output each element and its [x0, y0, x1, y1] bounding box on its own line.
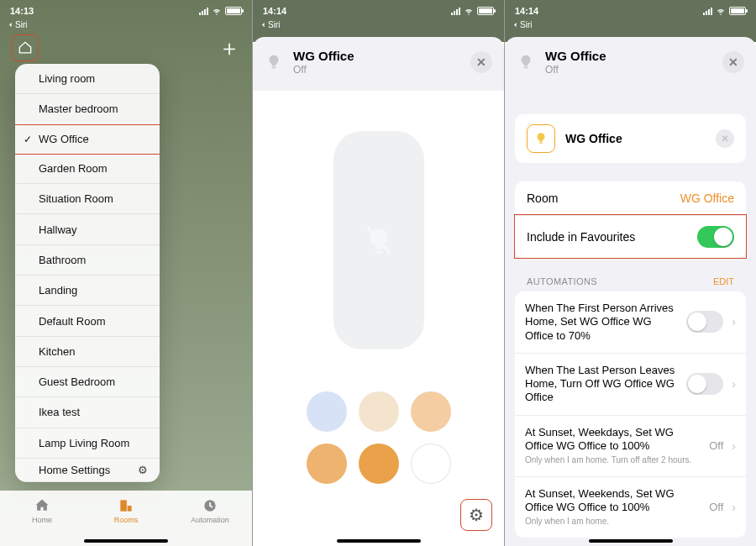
add-accessory-button[interactable]: ＋ [218, 34, 240, 63]
automations-list: When The First Person Arrives Home, Set … [515, 291, 746, 538]
settings-body[interactable]: WG Office ✕ Room WG Office Include in Fa… [505, 91, 756, 546]
favorites-row: Include in Favourites [515, 215, 746, 258]
automation-state: Off [709, 501, 723, 513]
home-indicator[interactable] [337, 539, 421, 543]
automation-title: When The Last Person Leaves Home, Turn O… [525, 364, 678, 405]
color-swatches [307, 391, 451, 484]
color-swatch[interactable] [359, 391, 399, 432]
status-indicators [451, 6, 494, 16]
accessory-settings-button[interactable]: ⚙ [460, 499, 492, 531]
status-bar: 14:14 [253, 3, 504, 19]
bulb-icon [265, 53, 283, 71]
room-menu-item[interactable]: Landing [15, 276, 160, 306]
automation-title: At Sunset, Weekends, Set WG Office WG Of… [525, 487, 701, 515]
light-control-body: ⚙ [253, 91, 504, 546]
chevron-right-icon: › [732, 315, 736, 328]
sheet-header: WG Office Off ✕ [253, 37, 504, 82]
accessory-status: Off [293, 64, 460, 76]
automations-section-header: AUTOMATIONS EDIT [515, 276, 746, 291]
cellular-icon [199, 8, 208, 15]
automation-row[interactable]: When The Last Person Leaves Home, Turn O… [515, 353, 746, 415]
wifi-icon [212, 6, 222, 16]
automation-title: When The First Person Arrives Home, Set … [525, 302, 678, 343]
room-menu-item[interactable]: Guest Bedroom [15, 367, 160, 397]
automation-row[interactable]: When The First Person Arrives Home, Set … [515, 291, 746, 353]
home-indicator[interactable] [84, 539, 168, 543]
home-settings-row[interactable]: Home Settings [15, 459, 160, 482]
home-indicator[interactable] [589, 539, 673, 543]
tab-home[interactable]: Home [8, 497, 76, 524]
brightness-slider[interactable] [333, 131, 424, 349]
room-menu-item[interactable]: WG Office [15, 124, 160, 155]
chevron-right-icon: › [732, 439, 736, 453]
back-to-siri[interactable]: Siri [260, 20, 280, 29]
chevron-right-icon: › [732, 501, 736, 514]
room-menu: Living roomMaster bedroomWG OfficeGarden… [15, 64, 160, 482]
automation-row[interactable]: At Sunset, Weekdays, Set WG Office WG Of… [515, 415, 746, 476]
automation-state: Off [709, 439, 723, 452]
settings-sheet: WG Office Off ✕ WG Office ✕ Room WG Offi… [505, 37, 756, 546]
clear-name-button[interactable]: ✕ [716, 129, 734, 148]
favorites-toggle[interactable] [697, 226, 734, 248]
tab-bar: Home Rooms Automation [0, 491, 252, 546]
color-swatch[interactable] [411, 391, 451, 432]
color-swatch[interactable] [411, 444, 451, 484]
status-time: 14:14 [263, 6, 286, 16]
room-menu-item[interactable]: Situation Room [15, 184, 160, 214]
color-swatch[interactable] [359, 444, 399, 484]
automation-toggle[interactable] [686, 311, 723, 333]
house-icon [17, 39, 34, 56]
room-menu-item[interactable]: Master bedroom [15, 94, 160, 124]
screen-light-control: 14:14 Siri WG Office Off ✕ ⚙ [252, 0, 504, 546]
room-menu-item[interactable]: Ikea test [15, 397, 160, 428]
screen-accessory-settings: 14:14 Siri WG Office Off ✕ WG Office ✕ [504, 0, 756, 546]
battery-icon [729, 7, 746, 15]
siri-back-label: Siri [268, 20, 280, 29]
back-to-siri[interactable]: Siri [512, 20, 532, 29]
sheet-header: WG Office Off ✕ [505, 37, 756, 82]
color-swatch[interactable] [307, 391, 347, 432]
status-time: 14:14 [515, 6, 538, 16]
room-menu-item[interactable]: Garden Room [15, 154, 160, 184]
tab-automation[interactable]: Automation [176, 497, 244, 524]
automations-edit-button[interactable]: EDIT [713, 276, 734, 286]
automations-label: AUTOMATIONS [527, 276, 597, 286]
room-label: Room [527, 192, 558, 205]
color-swatch[interactable] [307, 444, 347, 484]
room-menu-item[interactable]: Living room [15, 64, 160, 94]
accessory-name: WG Office [565, 132, 706, 145]
status-indicators [199, 6, 242, 16]
siri-back-label: Siri [520, 20, 532, 29]
room-menu-item[interactable]: Bathroom [15, 245, 160, 276]
room-menu-item[interactable]: Kitchen [15, 337, 160, 367]
back-to-siri[interactable]: Siri [7, 20, 27, 29]
wifi-icon [716, 6, 726, 16]
bulb-off-icon [361, 223, 396, 258]
close-button[interactable]: ✕ [722, 51, 744, 73]
screen-rooms-menu: 14:13 Siri ＋ Living roomMaster bedroomWG… [0, 0, 252, 546]
room-menu-item[interactable]: Lamp Living Room [15, 428, 160, 459]
favorites-label: Include in Favourites [527, 230, 635, 244]
accessory-title: WG Office [545, 49, 712, 63]
status-indicators [703, 6, 746, 16]
room-favorites-card: Room WG Office Include in Favourites [515, 181, 746, 258]
room-row[interactable]: Room WG Office [515, 181, 746, 215]
rooms-header: ＋ [0, 34, 252, 62]
room-menu-item[interactable]: Hallway [15, 214, 160, 244]
close-button[interactable]: ✕ [470, 51, 492, 73]
chevron-right-icon: › [732, 377, 736, 391]
automation-subtitle: Only when I am home. Turn off after 2 ho… [525, 455, 701, 466]
wifi-icon [464, 6, 474, 16]
automation-toggle[interactable] [686, 373, 723, 395]
accessory-sheet: WG Office Off ✕ ⚙ [253, 37, 504, 546]
automation-subtitle: Only when I am home. [525, 517, 701, 528]
accessory-name-card: WG Office ✕ [515, 114, 746, 163]
home-menu-button[interactable] [12, 34, 39, 61]
tab-rooms[interactable]: Rooms [92, 497, 160, 524]
siri-back-label: Siri [15, 20, 27, 29]
automation-row[interactable]: At Sunset, Weekends, Set WG Office WG Of… [515, 476, 746, 538]
tab-automation-label: Automation [191, 516, 229, 524]
tab-home-label: Home [32, 516, 52, 524]
room-menu-item[interactable]: Default Room [15, 306, 160, 336]
cellular-icon [451, 8, 460, 15]
